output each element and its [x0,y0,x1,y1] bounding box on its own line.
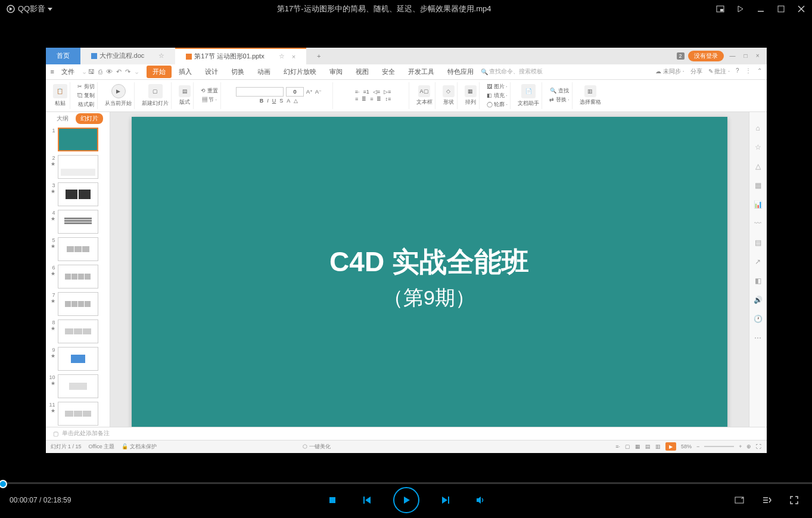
thumb-9[interactable] [58,347,98,371]
play-button[interactable] [393,487,419,513]
reset-button[interactable]: ⟲ 重置 [201,87,218,95]
rb-grid-icon[interactable]: ▦ [755,181,761,190]
share-button[interactable]: 分享 [690,67,702,76]
thumb-6[interactable] [58,265,98,289]
progress-bar[interactable] [0,482,812,484]
volume-button[interactable] [472,492,489,508]
indent-inc-icon[interactable]: ▷≡ [384,89,391,95]
stop-button[interactable] [324,492,341,508]
pip-icon[interactable] [715,4,725,14]
dropdown-icon[interactable] [48,7,52,11]
thumb-3[interactable] [58,182,98,206]
zoom-slider[interactable] [704,446,734,447]
find-button[interactable]: 🔍 查找 [550,87,569,95]
fullscreen-button[interactable] [786,492,802,508]
align-left-icon[interactable]: ≡ [355,96,358,102]
indent-dec-icon[interactable]: ◁≡ [373,89,380,95]
view-normal-icon[interactable]: ▢ [625,443,630,449]
menu-security[interactable]: 安全 [376,66,401,78]
current-slide[interactable]: C4D 实战全能班 （第9期） [132,117,727,427]
save-icon[interactable]: 🖫 [88,68,95,76]
outline-button[interactable]: ◯ 轮廓 · [487,101,508,108]
rb-along-icon[interactable]: 〰 [754,219,761,228]
expand-icon[interactable]: ⌃ [757,67,762,76]
highlight-icon[interactable]: △ [294,98,298,104]
print-icon[interactable]: ⎙ [98,68,102,76]
wps-tab-pptx[interactable]: 第17节 运动图形01.pptx ☆ × [175,48,306,64]
image-button[interactable]: 🖼 图片 · [487,83,508,91]
rb-cube-icon[interactable]: ◧ [755,277,761,285]
menu-special[interactable]: 特色应用 [441,66,480,78]
slideshow-button[interactable]: ▶ [665,442,676,451]
thumb-8[interactable] [58,320,98,343]
screenshot-button[interactable] [731,492,748,508]
maximize-icon[interactable] [776,4,786,14]
copy-button[interactable]: ⿻ 复制 [77,92,95,100]
minimize-icon[interactable] [756,4,766,14]
menu-animation[interactable]: 动画 [251,66,276,78]
font-size-input[interactable] [286,87,304,97]
notes-area[interactable]: ▢ 单击此处添加备注 [46,427,767,440]
rb-external-icon[interactable]: ↗ [755,258,761,266]
justify-icon[interactable]: ≣ [377,96,381,102]
comment-button[interactable]: ✎ 批注 · [708,67,730,76]
font-inc-icon[interactable]: A⁺ [306,89,313,95]
bullets-icon[interactable]: ≡· [355,89,360,95]
rb-table-icon[interactable]: ▤ [755,238,761,247]
shape-icon[interactable]: ◇ [443,85,455,97]
thumb-11[interactable] [58,402,98,426]
thumb-5[interactable] [58,237,98,261]
thumb-2[interactable] [58,155,98,179]
menu-slideshow[interactable]: 幻灯片放映 [278,66,322,78]
font-color-icon[interactable]: A [287,98,290,104]
section-button[interactable]: ▦ 节 · [202,96,217,104]
font-dec-icon[interactable]: A⁻ [315,89,322,95]
view-sorter-icon[interactable]: ▦ [635,443,640,449]
font-name-input[interactable] [236,87,284,97]
rb-sound-icon[interactable]: 🔊 [754,296,763,304]
thumb-1[interactable] [58,128,98,151]
slide-canvas[interactable]: C4D 实战全能班 （第9期） [110,112,749,427]
textbox-icon[interactable]: A▢ [418,85,430,97]
replace-button[interactable]: ⇄ 替换 · [549,96,570,104]
wps-min-icon[interactable]: — [727,52,738,59]
italic-icon[interactable]: I [267,98,269,104]
select-pane-icon[interactable]: ▥ [584,85,596,97]
menu-review[interactable]: 审阅 [323,66,349,78]
rb-more-icon[interactable]: ⋯ [754,334,761,342]
close-icon[interactable] [797,4,806,14]
view-reading-icon[interactable]: ▤ [645,443,651,449]
menu-start[interactable]: 开始 [147,66,172,78]
format-label[interactable]: 格式刷 [78,101,94,108]
menu-icon[interactable]: ≡ [51,68,54,75]
paste-icon[interactable]: 📋 [53,84,67,98]
fill-button[interactable]: ◧ 填充 · [487,92,508,100]
wps-max-icon[interactable]: □ [742,52,750,59]
wps-close-icon[interactable]: × [754,52,762,59]
rb-star-icon[interactable]: ☆ [755,143,761,151]
search-placeholder[interactable]: 查找命令、搜索模板 [489,67,543,76]
rb-home-icon[interactable]: ⌂ [755,124,760,132]
strike-icon[interactable]: S [279,98,283,104]
rb-alert-icon[interactable]: △ [755,162,761,170]
view-notes-icon[interactable]: ≡· [615,443,620,449]
zoom-out-icon[interactable]: − [696,443,699,449]
prev-button[interactable] [359,492,375,508]
doc-helper-icon[interactable]: 📄 [521,84,536,98]
align-center-icon[interactable]: ≣ [362,96,366,102]
playlist-button[interactable] [758,492,775,508]
rb-chart-icon[interactable]: 📊 [754,200,763,209]
menu-devtools[interactable]: 开发工具 [402,66,440,78]
rb-history-icon[interactable]: 🕐 [754,315,763,323]
menu-transition[interactable]: 切换 [225,66,250,78]
line-spacing-icon[interactable]: ↕≡ [385,96,391,102]
beautify-button[interactable]: ⬡ 一键美化 [303,443,331,451]
slide-thumbnails[interactable]: 1 2★ 3★ 4★ 5★ 6★ 7★ 8★ 9★ 10★ 11★ + [46,125,110,427]
numbers-icon[interactable]: ≡1 [363,89,369,95]
panel-tab-slides[interactable]: 幻灯片 [76,113,103,124]
align-right-icon[interactable]: ≡ [370,96,373,102]
view-show-icon[interactable]: ▥ [655,443,661,449]
doc-protect[interactable]: 🔓 文档未保护 [122,443,157,451]
more-icon[interactable]: ⋮ [745,67,751,76]
next-button[interactable] [437,492,454,508]
